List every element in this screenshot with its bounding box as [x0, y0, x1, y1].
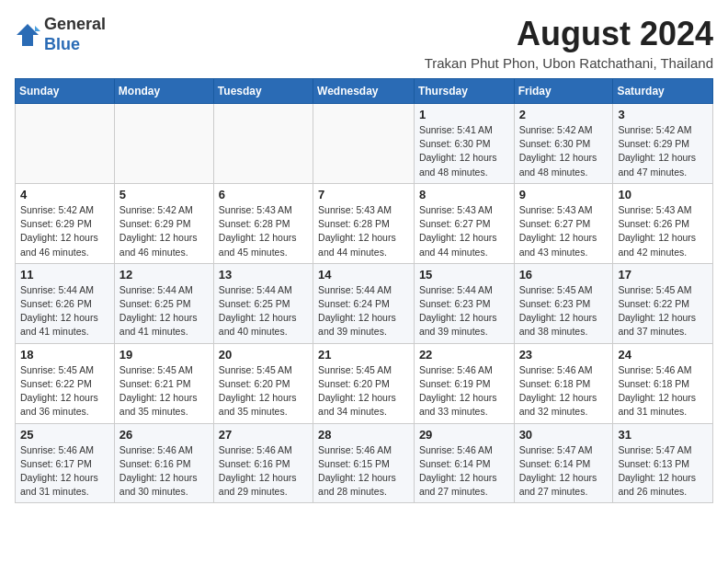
weekday-header-wednesday: Wednesday — [313, 79, 415, 104]
calendar-cell: 18Sunrise: 5:45 AM Sunset: 6:22 PM Dayli… — [16, 343, 115, 423]
day-number: 25 — [20, 428, 109, 442]
logo-general-text: General — [44, 15, 106, 33]
day-number: 5 — [119, 188, 209, 201]
day-number: 4 — [20, 188, 109, 201]
weekday-header-friday: Friday — [514, 79, 613, 104]
month-year-title: August 2024 — [425, 15, 713, 53]
calendar-cell: 6Sunrise: 5:43 AM Sunset: 6:28 PM Daylig… — [213, 183, 313, 263]
day-info: Sunrise: 5:41 AM Sunset: 6:30 PM Dayligh… — [419, 123, 509, 179]
calendar-cell: 20Sunrise: 5:45 AM Sunset: 6:20 PM Dayli… — [213, 343, 313, 423]
day-info: Sunrise: 5:46 AM Sunset: 6:18 PM Dayligh… — [618, 363, 708, 419]
day-info: Sunrise: 5:44 AM Sunset: 6:23 PM Dayligh… — [419, 283, 509, 339]
calendar-cell: 11Sunrise: 5:44 AM Sunset: 6:26 PM Dayli… — [16, 263, 115, 343]
weekday-header-row: SundayMondayTuesdayWednesdayThursdayFrid… — [16, 79, 713, 104]
day-info: Sunrise: 5:45 AM Sunset: 6:23 PM Dayligh… — [519, 283, 609, 339]
calendar-cell: 15Sunrise: 5:44 AM Sunset: 6:23 PM Dayli… — [414, 263, 514, 343]
day-info: Sunrise: 5:42 AM Sunset: 6:30 PM Dayligh… — [519, 123, 609, 179]
day-number: 15 — [419, 268, 509, 282]
location-subtitle: Trakan Phut Phon, Ubon Ratchathani, Thai… — [425, 55, 713, 71]
logo-blue-text: Blue — [44, 35, 80, 53]
calendar-table: SundayMondayTuesdayWednesdayThursdayFrid… — [15, 78, 713, 503]
day-number: 8 — [419, 188, 509, 201]
day-info: Sunrise: 5:43 AM Sunset: 6:28 PM Dayligh… — [219, 203, 308, 259]
calendar-cell: 24Sunrise: 5:46 AM Sunset: 6:18 PM Dayli… — [613, 343, 713, 423]
calendar-cell: 3Sunrise: 5:42 AM Sunset: 6:29 PM Daylig… — [613, 104, 713, 184]
day-number: 1 — [419, 108, 509, 121]
calendar-cell: 25Sunrise: 5:46 AM Sunset: 6:17 PM Dayli… — [16, 423, 115, 503]
day-info: Sunrise: 5:46 AM Sunset: 6:18 PM Dayligh… — [519, 363, 609, 419]
day-info: Sunrise: 5:44 AM Sunset: 6:25 PM Dayligh… — [119, 283, 209, 339]
calendar-cell: 13Sunrise: 5:44 AM Sunset: 6:25 PM Dayli… — [213, 263, 313, 343]
calendar-cell — [16, 104, 115, 184]
week-row-2: 4Sunrise: 5:42 AM Sunset: 6:29 PM Daylig… — [16, 183, 713, 263]
day-info: Sunrise: 5:45 AM Sunset: 6:20 PM Dayligh… — [318, 363, 409, 419]
day-info: Sunrise: 5:42 AM Sunset: 6:29 PM Dayligh… — [119, 203, 209, 259]
calendar-cell — [213, 104, 313, 184]
day-info: Sunrise: 5:43 AM Sunset: 6:26 PM Dayligh… — [618, 203, 708, 259]
day-info: Sunrise: 5:44 AM Sunset: 6:25 PM Dayligh… — [219, 283, 308, 339]
week-row-1: 1Sunrise: 5:41 AM Sunset: 6:30 PM Daylig… — [16, 104, 713, 184]
calendar-cell: 19Sunrise: 5:45 AM Sunset: 6:21 PM Dayli… — [114, 343, 213, 423]
calendar-cell — [313, 104, 415, 184]
day-number: 21 — [318, 348, 409, 362]
day-number: 18 — [20, 348, 109, 362]
day-info: Sunrise: 5:45 AM Sunset: 6:22 PM Dayligh… — [20, 363, 109, 419]
day-info: Sunrise: 5:46 AM Sunset: 6:19 PM Dayligh… — [419, 363, 509, 419]
calendar-cell: 5Sunrise: 5:42 AM Sunset: 6:29 PM Daylig… — [114, 183, 213, 263]
day-info: Sunrise: 5:46 AM Sunset: 6:14 PM Dayligh… — [419, 443, 509, 500]
day-number: 6 — [219, 188, 308, 201]
day-info: Sunrise: 5:42 AM Sunset: 6:29 PM Dayligh… — [618, 123, 708, 179]
day-number: 9 — [519, 188, 609, 201]
weekday-header-sunday: Sunday — [16, 79, 115, 104]
weekday-header-tuesday: Tuesday — [213, 79, 313, 104]
calendar-cell: 28Sunrise: 5:46 AM Sunset: 6:15 PM Dayli… — [313, 423, 415, 503]
day-info: Sunrise: 5:46 AM Sunset: 6:16 PM Dayligh… — [119, 443, 209, 500]
logo-icon — [15, 22, 40, 48]
calendar-cell: 16Sunrise: 5:45 AM Sunset: 6:23 PM Dayli… — [514, 263, 613, 343]
day-info: Sunrise: 5:43 AM Sunset: 6:27 PM Dayligh… — [419, 203, 509, 259]
week-row-3: 11Sunrise: 5:44 AM Sunset: 6:26 PM Dayli… — [16, 263, 713, 343]
title-block: August 2024 Trakan Phut Phon, Ubon Ratch… — [425, 15, 713, 71]
page-header: General Blue August 2024 Trakan Phut Pho… — [15, 15, 713, 71]
week-row-4: 18Sunrise: 5:45 AM Sunset: 6:22 PM Dayli… — [16, 343, 713, 423]
day-info: Sunrise: 5:44 AM Sunset: 6:24 PM Dayligh… — [318, 283, 409, 339]
day-info: Sunrise: 5:45 AM Sunset: 6:21 PM Dayligh… — [119, 363, 209, 419]
day-number: 11 — [20, 268, 109, 282]
day-number: 31 — [618, 428, 708, 442]
weekday-header-thursday: Thursday — [414, 79, 514, 104]
day-info: Sunrise: 5:45 AM Sunset: 6:22 PM Dayligh… — [618, 283, 708, 339]
calendar-cell: 31Sunrise: 5:47 AM Sunset: 6:13 PM Dayli… — [613, 423, 713, 503]
day-info: Sunrise: 5:43 AM Sunset: 6:28 PM Dayligh… — [318, 203, 409, 259]
day-number: 10 — [618, 188, 708, 201]
calendar-cell: 12Sunrise: 5:44 AM Sunset: 6:25 PM Dayli… — [114, 263, 213, 343]
day-info: Sunrise: 5:45 AM Sunset: 6:20 PM Dayligh… — [219, 363, 308, 419]
calendar-cell: 4Sunrise: 5:42 AM Sunset: 6:29 PM Daylig… — [16, 183, 115, 263]
calendar-cell: 29Sunrise: 5:46 AM Sunset: 6:14 PM Dayli… — [414, 423, 514, 503]
day-number: 27 — [219, 428, 308, 442]
calendar-cell: 26Sunrise: 5:46 AM Sunset: 6:16 PM Dayli… — [114, 423, 213, 503]
day-number: 22 — [419, 348, 509, 362]
calendar-cell: 8Sunrise: 5:43 AM Sunset: 6:27 PM Daylig… — [414, 183, 514, 263]
calendar-cell: 27Sunrise: 5:46 AM Sunset: 6:16 PM Dayli… — [213, 423, 313, 503]
calendar-cell: 10Sunrise: 5:43 AM Sunset: 6:26 PM Dayli… — [613, 183, 713, 263]
calendar-cell: 17Sunrise: 5:45 AM Sunset: 6:22 PM Dayli… — [613, 263, 713, 343]
day-info: Sunrise: 5:46 AM Sunset: 6:15 PM Dayligh… — [318, 443, 409, 500]
day-info: Sunrise: 5:47 AM Sunset: 6:13 PM Dayligh… — [618, 443, 708, 500]
day-number: 29 — [419, 428, 509, 442]
calendar-cell — [114, 104, 213, 184]
day-number: 26 — [119, 428, 209, 442]
day-info: Sunrise: 5:42 AM Sunset: 6:29 PM Dayligh… — [20, 203, 109, 259]
day-number: 28 — [318, 428, 409, 442]
calendar-cell: 1Sunrise: 5:41 AM Sunset: 6:30 PM Daylig… — [414, 104, 514, 184]
logo: General Blue — [15, 15, 106, 54]
day-number: 14 — [318, 268, 409, 282]
day-number: 23 — [519, 348, 609, 362]
calendar-cell: 30Sunrise: 5:47 AM Sunset: 6:14 PM Dayli… — [514, 423, 613, 503]
calendar-cell: 23Sunrise: 5:46 AM Sunset: 6:18 PM Dayli… — [514, 343, 613, 423]
calendar-cell: 22Sunrise: 5:46 AM Sunset: 6:19 PM Dayli… — [414, 343, 514, 423]
weekday-header-monday: Monday — [114, 79, 213, 104]
day-info: Sunrise: 5:47 AM Sunset: 6:14 PM Dayligh… — [519, 443, 609, 500]
day-number: 3 — [618, 108, 708, 121]
day-number: 30 — [519, 428, 609, 442]
day-number: 12 — [119, 268, 209, 282]
